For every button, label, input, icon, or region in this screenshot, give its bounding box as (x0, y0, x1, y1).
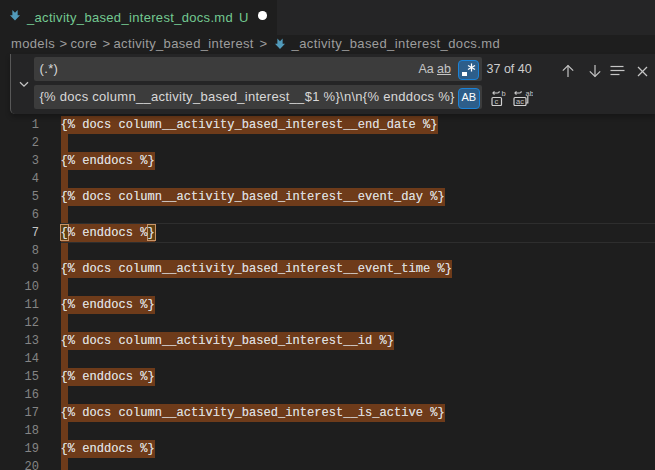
svg-text:b: b (501, 90, 505, 98)
svg-text:ab: ab (525, 90, 533, 98)
svg-text:c: c (494, 97, 498, 106)
svg-text:ac: ac (516, 97, 524, 106)
